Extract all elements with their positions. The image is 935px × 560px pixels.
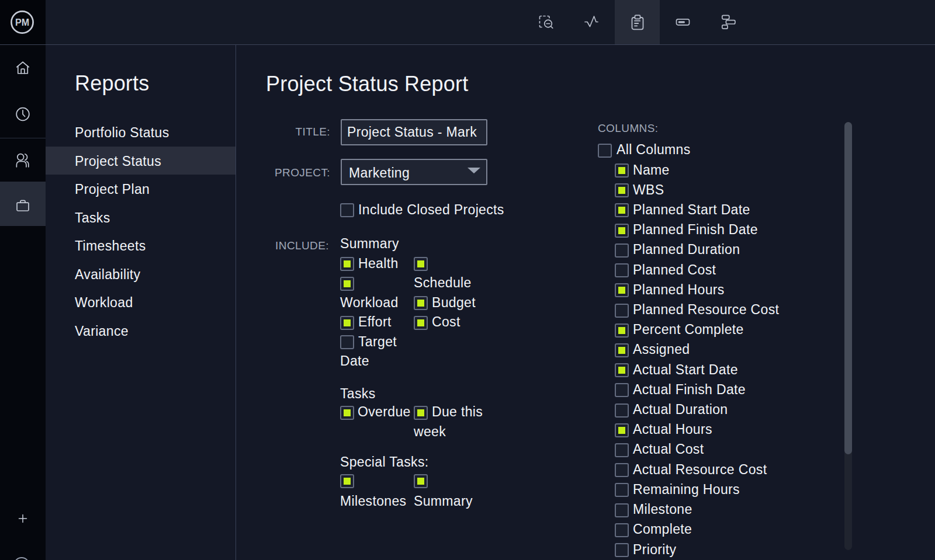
- svg-text:PM: PM: [15, 18, 29, 27]
